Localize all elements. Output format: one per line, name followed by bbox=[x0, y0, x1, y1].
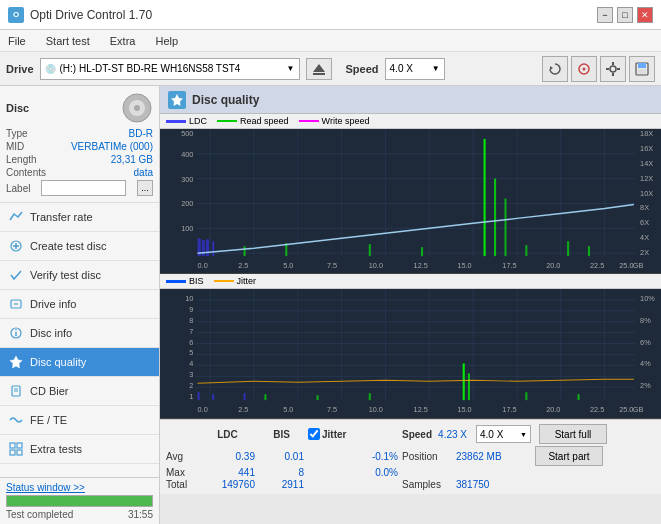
svg-text:5: 5 bbox=[189, 350, 193, 358]
svg-text:15.0: 15.0 bbox=[457, 406, 471, 414]
svg-rect-28 bbox=[10, 443, 15, 448]
svg-rect-7 bbox=[612, 73, 614, 76]
svg-text:18X: 18X bbox=[640, 130, 653, 138]
svg-text:500: 500 bbox=[181, 130, 193, 138]
svg-rect-129 bbox=[264, 394, 266, 400]
nav-label-cd-bier: CD Bier bbox=[30, 385, 69, 397]
nav-label-verify-test-disc: Verify test disc bbox=[30, 269, 101, 281]
disc-label-input[interactable] bbox=[41, 180, 126, 196]
svg-rect-65 bbox=[206, 239, 209, 256]
write-speed-legend-label: Write speed bbox=[322, 116, 370, 126]
window-controls[interactable]: − □ ✕ bbox=[597, 7, 653, 23]
svg-text:20.0: 20.0 bbox=[546, 262, 560, 270]
toolbar-settings-button[interactable] bbox=[600, 56, 626, 82]
toolbar-save-button[interactable] bbox=[629, 56, 655, 82]
extra-tests-icon bbox=[8, 441, 24, 457]
drive-info-icon bbox=[8, 296, 24, 312]
right-panel: Disc quality LDC Read speed Write speed bbox=[160, 86, 661, 524]
progress-bar-container bbox=[6, 495, 153, 507]
speed-dropdown-arrow[interactable]: ▼ bbox=[432, 64, 440, 73]
svg-text:7: 7 bbox=[189, 328, 193, 336]
menu-start-test[interactable]: Start test bbox=[42, 33, 94, 49]
nav-item-create-test-disc[interactable]: Create test disc bbox=[0, 232, 159, 261]
top-legend: LDC Read speed Write speed bbox=[160, 114, 661, 129]
svg-text:6: 6 bbox=[189, 339, 193, 347]
svg-rect-6 bbox=[612, 62, 614, 65]
bottom-chart-svg: 10 9 8 7 6 5 4 3 2 1 10% 8% 6% 4% 2% bbox=[160, 289, 661, 418]
svg-text:12X: 12X bbox=[640, 175, 653, 183]
disc-length-key: Length bbox=[6, 154, 37, 165]
minimize-button[interactable]: − bbox=[597, 7, 613, 23]
menu-extra[interactable]: Extra bbox=[106, 33, 140, 49]
svg-text:12.5: 12.5 bbox=[414, 262, 428, 270]
disc-quality-title: Disc quality bbox=[192, 93, 259, 107]
start-part-button[interactable]: Start part bbox=[535, 446, 603, 466]
nav-label-fe-te: FE / TE bbox=[30, 414, 67, 426]
svg-text:400: 400 bbox=[181, 151, 193, 159]
nav-item-extra-tests[interactable]: Extra tests bbox=[0, 435, 159, 464]
svg-text:6%: 6% bbox=[640, 339, 651, 347]
svg-rect-133 bbox=[578, 394, 580, 400]
nav-items: Transfer rate Create test disc Verify te… bbox=[0, 203, 159, 477]
svg-text:22.5: 22.5 bbox=[590, 406, 604, 414]
disc-length-val: 23,31 GB bbox=[111, 154, 153, 165]
start-full-button[interactable]: Start full bbox=[539, 424, 607, 444]
disc-label-browse-button[interactable]: ... bbox=[137, 180, 153, 196]
create-test-disc-icon bbox=[8, 238, 24, 254]
svg-text:5.0: 5.0 bbox=[283, 406, 293, 414]
nav-item-cd-bier[interactable]: CD Bier bbox=[0, 377, 159, 406]
drive-dropdown-arrow[interactable]: ▼ bbox=[287, 64, 295, 73]
eject-button[interactable] bbox=[306, 58, 332, 80]
svg-text:9: 9 bbox=[189, 306, 193, 314]
nav-item-fe-te[interactable]: FE / TE bbox=[0, 406, 159, 435]
svg-text:16X: 16X bbox=[640, 145, 653, 153]
maximize-button[interactable]: □ bbox=[617, 7, 633, 23]
status-time: 31:55 bbox=[128, 509, 153, 520]
nav-item-disc-info[interactable]: Disc info bbox=[0, 319, 159, 348]
nav-item-transfer-rate[interactable]: Transfer rate bbox=[0, 203, 159, 232]
bis-legend-label: BIS bbox=[189, 276, 204, 286]
svg-rect-72 bbox=[369, 244, 371, 256]
ldc-legend-label: LDC bbox=[189, 116, 207, 126]
svg-rect-29 bbox=[17, 443, 22, 448]
speed-select-value: 4.0 X bbox=[390, 63, 432, 74]
sidebar: Disc Type BD-R MID VERBATIMe (000) Lengt bbox=[0, 86, 160, 524]
nav-item-verify-test-disc[interactable]: Verify test disc bbox=[0, 261, 159, 290]
status-window-button[interactable]: Status window >> bbox=[6, 482, 85, 493]
svg-text:17.5: 17.5 bbox=[502, 262, 516, 270]
app-title: Opti Drive Control 1.70 bbox=[30, 8, 152, 22]
svg-text:GB: GB bbox=[633, 406, 644, 414]
toolbar-refresh-button[interactable] bbox=[542, 56, 568, 82]
svg-text:20.0: 20.0 bbox=[546, 406, 560, 414]
svg-text:8X: 8X bbox=[640, 205, 649, 213]
svg-rect-131 bbox=[369, 393, 371, 400]
svg-text:2.5: 2.5 bbox=[238, 406, 248, 414]
menu-help[interactable]: Help bbox=[151, 33, 182, 49]
svg-text:14X: 14X bbox=[640, 160, 653, 168]
svg-rect-125 bbox=[212, 394, 214, 400]
nav-item-disc-quality[interactable]: Disc quality bbox=[0, 348, 159, 377]
svg-rect-69 bbox=[504, 199, 506, 257]
svg-text:100: 100 bbox=[181, 225, 193, 233]
close-button[interactable]: ✕ bbox=[637, 7, 653, 23]
avg-label: Avg bbox=[166, 451, 196, 462]
toolbar-disc-button[interactable] bbox=[571, 56, 597, 82]
position-val: 23862 MB bbox=[456, 451, 531, 462]
nav-item-drive-info[interactable]: Drive info bbox=[0, 290, 159, 319]
ldc-legend-color bbox=[166, 120, 186, 123]
fe-te-icon bbox=[8, 412, 24, 428]
menu-file[interactable]: File bbox=[4, 33, 30, 49]
nav-label-drive-info: Drive info bbox=[30, 298, 76, 310]
status-bar: Status window >> Test completed 31:55 bbox=[0, 477, 159, 524]
svg-text:17.5: 17.5 bbox=[502, 406, 516, 414]
svg-rect-130 bbox=[317, 395, 319, 400]
svg-text:7.5: 7.5 bbox=[327, 406, 337, 414]
avg-bis: 0.01 bbox=[259, 451, 304, 462]
svg-rect-31 bbox=[17, 450, 22, 455]
jitter-checkbox[interactable] bbox=[308, 428, 320, 440]
svg-text:25.0: 25.0 bbox=[619, 406, 633, 414]
disc-label-key: Label bbox=[6, 183, 30, 194]
svg-rect-12 bbox=[638, 69, 646, 74]
speed-select-arrow[interactable]: ▼ bbox=[520, 431, 527, 438]
svg-rect-9 bbox=[617, 68, 620, 70]
